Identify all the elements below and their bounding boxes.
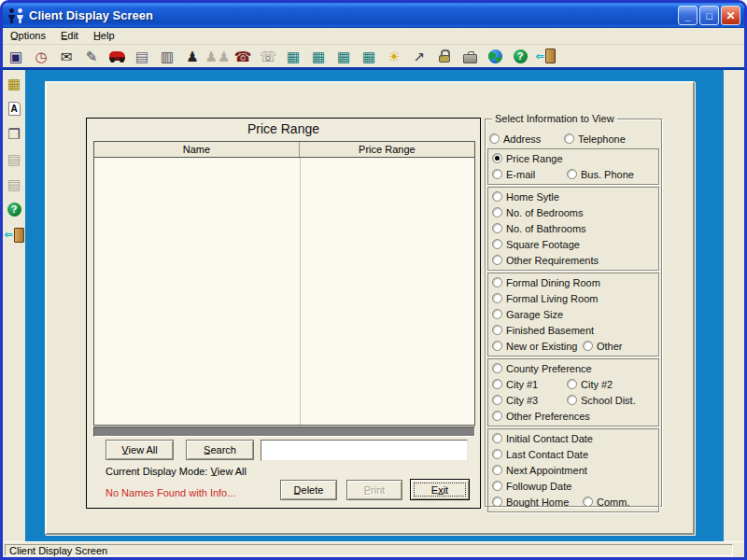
client-list-box: Price Range Name Price Range V̲iew All S…	[86, 118, 481, 509]
radio-garage-size[interactable]: Garage Size	[492, 309, 563, 320]
menu-options[interactable]: O̲ptions	[3, 29, 53, 43]
section-home-specs: Home Sytle No. of Bedrooms No. of Bathro…	[487, 187, 659, 271]
delete-button[interactable]: D̲elete	[280, 480, 337, 500]
option-row: City #3 School Dist.	[488, 392, 658, 408]
maximize-button[interactable]: □	[699, 6, 719, 25]
radio-followup-date[interactable]: Followup Date	[492, 481, 571, 492]
font-icon[interactable]: A	[6, 100, 22, 118]
clock-icon[interactable]: ◷	[33, 48, 49, 65]
grid-icon[interactable]: ▦	[6, 75, 22, 92]
lightbulb-icon[interactable]: ☀	[386, 48, 402, 65]
close-button[interactable]: ✕	[721, 6, 740, 25]
radio-label: Telephone	[578, 133, 626, 145]
radio-circle	[492, 497, 502, 507]
radio-city-2[interactable]: City #2	[567, 379, 613, 390]
radio-school-district[interactable]: School Dist.	[567, 395, 636, 406]
radio-city-3[interactable]: City #3	[492, 395, 567, 406]
radio-other-requirements[interactable]: Other Requirements	[492, 255, 599, 266]
horizontal-scrollbar[interactable]	[93, 427, 475, 437]
radio-last-contact-date[interactable]: Last Contact Date	[492, 449, 588, 460]
radio-label: Next Appointment	[506, 465, 587, 476]
print-button: P̲rint	[346, 480, 402, 500]
radio-circle	[492, 395, 502, 405]
car-icon[interactable]	[108, 48, 125, 65]
column-header-price-range[interactable]: Price Range	[300, 142, 474, 157]
radio-other[interactable]: Other	[583, 341, 623, 352]
computer-icon[interactable]: ▣	[7, 48, 24, 65]
menu-help[interactable]: H̲elp	[86, 29, 122, 43]
section-location: County Preference City #1 City #2 City #…	[487, 358, 659, 427]
view-all-button[interactable]: V̲iew All	[106, 440, 174, 460]
menu-edit[interactable]: E̲dit	[53, 29, 86, 43]
briefcase-icon-shape	[463, 54, 477, 63]
phone-icon[interactable]: ☎	[234, 48, 251, 65]
radio-next-appointment[interactable]: Next Appointment	[492, 465, 587, 476]
list-title: Price Range	[87, 121, 480, 136]
radio-initial-contact-date[interactable]: Initial Contact Date	[492, 433, 593, 444]
client-icon[interactable]: ♟	[184, 48, 201, 65]
notepad-icon[interactable]: ✎	[83, 48, 100, 65]
radio-email[interactable]: E-mail	[492, 169, 567, 180]
option-row: Address Telephone	[486, 131, 661, 147]
radio-other-preferences[interactable]: Other Preferences	[492, 411, 590, 422]
exit-button[interactable]: Ex̲it	[410, 479, 470, 500]
archive-icon-4[interactable]: ▦	[360, 48, 377, 65]
document-icon[interactable]: ▤	[134, 48, 150, 65]
option-row: Home Sytle	[488, 189, 658, 204]
status-bar: Client Display Screen	[3, 541, 744, 557]
radio-label: Other Requirements	[506, 255, 599, 266]
radio-comm[interactable]: Comm.	[583, 497, 629, 508]
lock-icon[interactable]	[436, 48, 453, 65]
exit-icon-side[interactable]	[6, 226, 22, 244]
archive-icon-3[interactable]: ▦	[335, 48, 352, 65]
radio-formal-dining[interactable]: Formal Dining Room	[492, 277, 600, 288]
paste-icon[interactable]: ❐	[6, 125, 22, 143]
globe-icon[interactable]	[486, 48, 503, 65]
radio-new-or-existing[interactable]: New or Existing	[492, 341, 583, 352]
archive-icon-1[interactable]: ▦	[285, 48, 302, 65]
phone-outline-icon[interactable]: ☏	[260, 48, 276, 65]
radio-circle	[492, 379, 502, 389]
option-row: E-mail Bus. Phone	[488, 166, 658, 182]
app-icon[interactable]	[7, 7, 25, 24]
radio-bought-home[interactable]: Bought Home	[492, 497, 583, 508]
exit-icon-side-shape	[4, 228, 23, 243]
option-row: County Preference	[488, 360, 658, 376]
minimize-button[interactable]: _	[678, 6, 698, 25]
toolbar: ▣ ◷ ✉ ✎ ▤ ▥ ♟ ♟♟ ☎ ☏ ▦ ▦ ▦ ▦ ☀ ↗ ?	[3, 45, 744, 70]
radio-label: City #3	[506, 395, 538, 406]
radio-bedrooms[interactable]: No. of Bedrooms	[492, 207, 584, 218]
column-header-name[interactable]: Name	[94, 142, 300, 157]
help-icon-shape: ?	[514, 49, 528, 63]
mail-icon[interactable]: ✉	[58, 48, 75, 65]
radio-formal-living[interactable]: Formal Living Room	[492, 293, 598, 304]
radio-address[interactable]: Address	[489, 133, 564, 145]
search-button[interactable]: S̲earch	[186, 440, 254, 460]
radio-label: Other Preferences	[506, 411, 590, 422]
radio-label: Other	[597, 341, 623, 352]
radio-finished-basement[interactable]: Finished Basement	[492, 325, 594, 336]
window-body: ▦ A ❐ ▤ ▤ ? Price Range Name Price Range	[3, 70, 744, 541]
search-input[interactable]	[261, 440, 468, 461]
radio-price-range[interactable]: Price Range	[492, 153, 563, 164]
grid-body[interactable]	[94, 158, 474, 425]
radio-county-preference[interactable]: County Preference	[492, 363, 592, 374]
radio-label: Initial Contact Date	[506, 433, 593, 444]
lock-icon-shape	[439, 55, 450, 63]
window-title: Client Display Screen	[29, 8, 676, 22]
radio-home-style[interactable]: Home Sytle	[492, 191, 559, 203]
radio-city-1[interactable]: City #1	[492, 379, 567, 390]
help-icon[interactable]: ?	[512, 48, 529, 65]
radio-circle	[492, 433, 502, 443]
help-icon-side[interactable]: ?	[6, 201, 22, 218]
card-file-icon[interactable]: ▥	[159, 48, 176, 65]
briefcase-icon[interactable]	[461, 48, 478, 65]
radio-bathrooms[interactable]: No. of Bathrooms	[492, 223, 586, 234]
radio-square-footage[interactable]: Square Footage	[492, 239, 580, 250]
display-mode-label: Current Display Mode: V̲iew All	[106, 466, 247, 477]
radio-bus-phone[interactable]: Bus. Phone	[567, 169, 634, 180]
radio-telephone[interactable]: Telephone	[564, 133, 626, 145]
exit-icon[interactable]	[537, 48, 554, 65]
archive-icon-2[interactable]: ▦	[310, 48, 327, 65]
document-arrow-icon[interactable]: ↗	[411, 48, 428, 65]
